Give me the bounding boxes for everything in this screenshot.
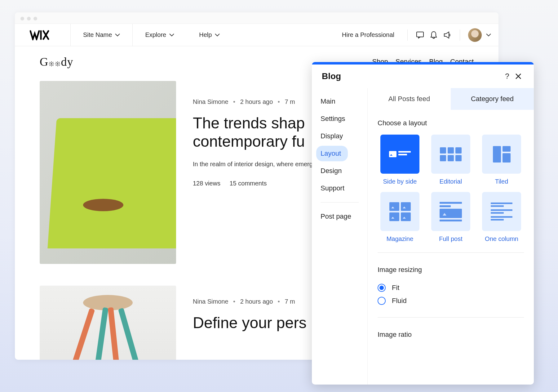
blog-settings-panel: Blog ? Main Settings Display Layout Desi… <box>312 62 534 385</box>
layout-side-by-side[interactable]: Side by side <box>378 135 422 185</box>
svg-line-18 <box>56 65 57 66</box>
site-brand[interactable]: Gdy <box>40 55 73 69</box>
chevron-down-icon <box>169 33 174 37</box>
sidebar-item-design[interactable]: Design <box>316 163 363 179</box>
layout-one-column[interactable]: One column <box>479 192 524 243</box>
layout-section-title: Choose a layout <box>378 119 524 127</box>
ratio-section: Image ratio <box>368 321 534 339</box>
layout-options: Side by side Editorial Tiled <box>378 135 524 243</box>
layout-label: Editorial <box>440 178 462 185</box>
layout-label: Full post <box>439 235 463 243</box>
layout-label: Magazine <box>387 235 414 243</box>
sidebar-item-main[interactable]: Main <box>316 94 363 109</box>
svg-line-7 <box>52 65 53 66</box>
section-divider <box>378 252 524 253</box>
tab-category-feed[interactable]: Category feed <box>451 88 534 110</box>
post-comments: 15 comments <box>230 180 267 187</box>
layout-editorial[interactable]: Editorial <box>428 135 473 185</box>
divider <box>460 29 460 41</box>
section-divider <box>378 317 524 318</box>
chevron-down-icon <box>215 33 220 37</box>
megaphone-icon[interactable] <box>441 28 454 42</box>
post-image <box>40 81 176 264</box>
feed-tabs: All Posts feed Category feed <box>368 88 534 110</box>
help-icon[interactable]: ? <box>502 71 513 82</box>
traffic-dot <box>20 17 24 20</box>
layout-label: Side by side <box>383 178 417 185</box>
sidebar-item-post-page[interactable]: Post page <box>316 209 363 224</box>
wix-logo[interactable] <box>15 24 71 46</box>
svg-point-1 <box>51 63 52 65</box>
sidebar-item-support[interactable]: Support <box>316 180 363 196</box>
brand-glyph <box>49 56 54 60</box>
bell-icon[interactable] <box>427 28 441 42</box>
post-time: 2 hours ago <box>240 98 273 105</box>
top-bar: Site Name Explore Help Hire a Profession… <box>15 24 498 46</box>
svg-line-17 <box>59 62 60 63</box>
help-dropdown[interactable]: Help <box>187 24 232 46</box>
panel-content: All Posts feed Category feed Choose a la… <box>368 88 534 385</box>
radio-icon <box>378 297 386 305</box>
post-views: 128 views <box>193 180 220 187</box>
traffic-dot <box>27 17 31 20</box>
post-time: 2 hours ago <box>240 298 273 305</box>
radio-fluid[interactable]: Fluid <box>378 294 524 307</box>
window-controls <box>15 12 498 24</box>
brand-glyph <box>55 56 60 60</box>
post-readtime: 7 m <box>285 98 295 105</box>
svg-line-15 <box>56 62 57 63</box>
sidebar-item-layout[interactable]: Layout <box>316 146 348 161</box>
panel-header: Blog ? <box>312 65 534 88</box>
panel-title: Blog <box>322 71 341 81</box>
svg-point-10 <box>57 63 58 65</box>
post-author: Nina Simone <box>193 298 228 305</box>
site-name-label: Site Name <box>83 31 112 38</box>
svg-line-8 <box>52 62 53 63</box>
post-image <box>40 286 176 360</box>
sidebar-item-settings[interactable]: Settings <box>316 111 363 127</box>
layout-label: Tiled <box>495 178 508 185</box>
svg-line-16 <box>59 65 60 66</box>
sidebar-divider <box>321 202 359 203</box>
radio-fit[interactable]: Fit <box>378 281 524 294</box>
layout-section: Choose a layout Side by side <box>368 110 534 249</box>
resizing-section: Image resizing Fit Fluid <box>368 256 534 314</box>
close-icon[interactable] <box>513 71 524 82</box>
avatar-dropdown[interactable] <box>486 32 491 38</box>
chevron-down-icon <box>115 33 120 37</box>
post-author: Nina Simone <box>193 98 228 105</box>
explore-dropdown[interactable]: Explore <box>133 24 187 46</box>
divider <box>407 29 408 41</box>
radio-label: Fluid <box>392 297 407 305</box>
sidebar-item-display[interactable]: Display <box>316 128 363 144</box>
user-avatar[interactable] <box>468 28 482 42</box>
help-label: Help <box>199 31 212 38</box>
site-name-dropdown[interactable]: Site Name <box>71 24 133 46</box>
chevron-down-icon <box>486 33 491 37</box>
layout-tiled[interactable]: Tiled <box>479 135 524 185</box>
radio-label: Fit <box>392 284 399 292</box>
panel-sidebar: Main Settings Display Layout Design Supp… <box>312 88 368 385</box>
chat-icon[interactable] <box>413 28 427 42</box>
layout-magazine[interactable]: Magazine <box>378 192 422 243</box>
resizing-title: Image resizing <box>378 266 524 274</box>
layout-label: One column <box>485 235 518 243</box>
ratio-title: Image ratio <box>378 331 524 339</box>
layout-full-post[interactable]: Full post <box>428 192 473 243</box>
svg-rect-0 <box>417 32 423 37</box>
post-readtime: 7 m <box>285 298 295 305</box>
tab-all-posts[interactable]: All Posts feed <box>368 88 451 110</box>
panel-accent-bar <box>312 62 534 65</box>
radio-icon <box>378 284 386 292</box>
svg-line-6 <box>50 62 51 63</box>
explore-label: Explore <box>145 31 166 38</box>
svg-line-9 <box>50 65 51 66</box>
traffic-dot <box>33 17 37 20</box>
hire-professional-link[interactable]: Hire a Professional <box>334 31 402 38</box>
